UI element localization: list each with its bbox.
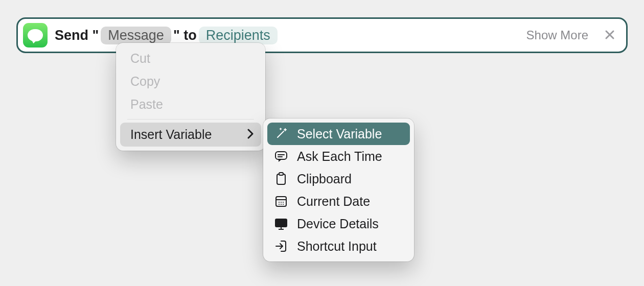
submenu-label: Shortcut Input: [297, 239, 377, 254]
submenu-item-clipboard[interactable]: Clipboard: [267, 168, 410, 190]
action-text: Send " Message " to Recipients: [55, 27, 278, 44]
submenu-item-current-date[interactable]: Current Date: [267, 190, 410, 212]
recipients-token[interactable]: Recipients: [199, 27, 278, 44]
chevron-right-icon: [247, 127, 254, 142]
menu-item-cut[interactable]: Cut: [120, 47, 261, 70]
submenu-item-ask-each-time[interactable]: Ask Each Time: [267, 145, 410, 168]
speech-lines-icon: [273, 149, 289, 164]
monitor-icon: [273, 216, 289, 231]
text-send-prefix: Send ": [55, 28, 99, 43]
svg-point-8: [281, 204, 282, 205]
svg-point-4: [279, 202, 280, 203]
menu-item-paste[interactable]: Paste: [120, 93, 261, 116]
submenu-item-select-variable[interactable]: Select Variable: [267, 123, 410, 145]
submenu-item-shortcut-input[interactable]: Shortcut Input: [267, 235, 410, 257]
submenu-label: Ask Each Time: [297, 149, 382, 164]
messages-app-icon: [23, 23, 48, 47]
clipboard-icon: [273, 171, 289, 186]
speech-bubble-icon: [28, 29, 43, 41]
svg-point-6: [283, 202, 284, 203]
svg-rect-3: [276, 197, 286, 206]
magic-wand-icon: [273, 126, 289, 141]
menu-item-insert-variable[interactable]: Insert Variable: [120, 123, 261, 147]
svg-rect-10: [275, 219, 287, 227]
svg-rect-2: [279, 173, 283, 175]
input-arrow-icon: [273, 239, 289, 254]
context-menu: Cut Copy Paste Insert Variable: [116, 43, 265, 151]
submenu-item-device-details[interactable]: Device Details: [267, 212, 410, 235]
menu-divider: [127, 119, 254, 120]
send-message-action: Send " Message " to Recipients Show More: [16, 17, 628, 53]
submenu-label: Device Details: [297, 217, 379, 231]
insert-variable-label: Insert Variable: [130, 127, 212, 142]
message-token[interactable]: Message: [101, 27, 171, 44]
submenu-label: Current Date: [297, 194, 370, 209]
calendar-icon: [273, 194, 289, 209]
menu-item-copy[interactable]: Copy: [120, 70, 261, 93]
insert-variable-submenu: Select Variable Ask Each Time Clipboard: [263, 118, 414, 261]
submenu-label: Clipboard: [297, 172, 352, 186]
submenu-label: Select Variable: [297, 127, 382, 141]
show-more-button[interactable]: Show More: [526, 28, 588, 42]
svg-point-7: [279, 204, 280, 205]
svg-rect-0: [275, 152, 287, 159]
close-icon[interactable]: [603, 26, 617, 45]
svg-point-5: [281, 202, 282, 203]
text-middle: " to: [173, 28, 197, 43]
svg-point-9: [283, 204, 284, 205]
